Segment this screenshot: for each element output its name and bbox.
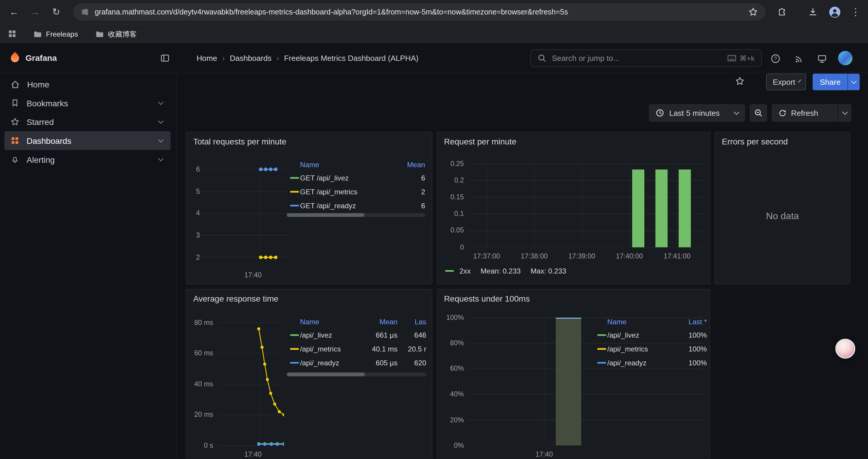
sidebar-item-bookmarks[interactable]: Bookmarks <box>4 94 170 112</box>
legend-scrollbar[interactable] <box>287 372 426 376</box>
series-swatch <box>597 362 606 364</box>
share-menu-button[interactable] <box>848 73 860 90</box>
search-icon <box>537 54 546 63</box>
legend-row[interactable]: /api/_livez 100% <box>594 328 707 342</box>
y-tick: 0.15 <box>442 193 464 201</box>
y-tick: 5 <box>186 187 200 196</box>
legend-header-last[interactable]: Last * <box>676 318 707 326</box>
panel-response-time[interactable]: Average response time 80 ms 60 ms 40 ms … <box>186 289 433 459</box>
dock-menu-icon[interactable] <box>160 53 170 63</box>
panel-title[interactable]: Total requests per minute <box>193 137 286 146</box>
chevron-down-icon[interactable] <box>158 118 164 124</box>
grafana-logo[interactable] <box>8 51 22 64</box>
sidebar-item-dashboards[interactable]: Dashboards <box>4 131 170 150</box>
export-button[interactable]: Export <box>766 73 806 90</box>
legend-header-mean[interactable]: Mean <box>394 160 425 168</box>
chevron-down-icon[interactable] <box>158 137 164 143</box>
panel-under-100ms[interactable]: Requests under 100ms 100% 80% 60% 40% 20… <box>437 289 710 459</box>
apps-grid-icon[interactable] <box>8 29 17 38</box>
browser-menu-icon[interactable]: ⋮ <box>847 3 864 21</box>
refresh-interval-button[interactable] <box>838 112 851 114</box>
bookmark-star-icon[interactable] <box>748 7 758 17</box>
scrollbar-thumb[interactable] <box>287 213 364 217</box>
chevron-down-icon <box>851 78 857 84</box>
series-mean: Mean: 0.233 <box>481 267 521 275</box>
series-name: /api/_metrics <box>300 345 363 353</box>
share-label: Share <box>820 77 840 86</box>
time-range-picker[interactable]: Last 5 minutes <box>649 104 745 122</box>
display-icon[interactable] <box>816 53 828 64</box>
legend-row[interactable]: GET /api/_readyz 6 <box>287 199 425 213</box>
legend-row[interactable]: /api/_readyz 605 µs 620 <box>287 356 426 370</box>
legend-row[interactable]: /api/_metrics 40.1 ms 20.5 r <box>287 342 426 356</box>
address-bar[interactable]: grafana.mathmast.com/d/deytv4rwavabkb/fr… <box>73 3 766 21</box>
refresh-button[interactable]: Refresh <box>772 108 838 117</box>
scrollbar-thumb[interactable] <box>287 372 365 376</box>
legend-header-name[interactable]: Name <box>607 318 676 326</box>
legend-inline[interactable]: 2xx Mean: 0.233 Max: 0.233 <box>445 267 566 275</box>
help-icon[interactable]: ? <box>770 53 781 64</box>
legend-header-name[interactable]: Name <box>300 318 363 326</box>
chevron-down-icon <box>734 109 740 115</box>
breadcrumb-dashboards[interactable]: Dashboards <box>230 54 272 62</box>
y-tick: 3 <box>186 231 200 239</box>
series-name: 2xx <box>459 267 471 275</box>
svg-text:?: ? <box>774 56 777 62</box>
legend-header-name[interactable]: Name <box>300 160 395 168</box>
profile-icon[interactable] <box>826 3 843 21</box>
star-icon <box>11 117 20 126</box>
sidebar-item-label: Starred <box>27 117 54 126</box>
x-tick: 17:41:00 <box>657 252 697 261</box>
legend-row[interactable]: /api/_metrics 100% <box>594 342 707 356</box>
legend-row[interactable]: /api/_readyz 100% <box>594 356 707 370</box>
series-name: /api/_livez <box>300 331 363 339</box>
search-box[interactable]: ⌘+k <box>530 49 762 67</box>
panel-title[interactable]: Requests under 100ms <box>444 294 530 303</box>
extensions-icon[interactable] <box>773 3 790 21</box>
legend-row[interactable]: GET /api/_metrics 2 <box>287 185 425 199</box>
favorite-star-icon[interactable] <box>735 76 745 86</box>
chevron-down-icon[interactable] <box>158 156 164 162</box>
panel-title[interactable]: Errors per second <box>722 137 788 146</box>
series-swatch <box>597 334 606 336</box>
share-button[interactable]: Share <box>813 73 848 90</box>
series-mean: 2 <box>394 188 425 196</box>
legend-row[interactable]: /api/_livez 661 µs 646 <box>287 328 426 342</box>
series-mean: 661 µs <box>363 331 397 339</box>
series-last: 100% <box>676 331 707 339</box>
legend-header-last[interactable]: Las <box>397 318 426 326</box>
news-rss-icon[interactable] <box>793 53 804 64</box>
site-info-icon[interactable] <box>81 8 89 16</box>
home-icon <box>11 79 20 89</box>
bookmark-blog[interactable]: 收藏博客 <box>95 24 137 44</box>
assistant-floating-avatar[interactable] <box>835 339 855 359</box>
bookmark-freeleaps[interactable]: Freeleaps <box>33 24 78 44</box>
x-tick: 17:37:00 <box>467 252 507 261</box>
sidebar-item-home[interactable]: Home <box>4 75 170 94</box>
panel-title[interactable]: Request per minute <box>444 137 517 146</box>
breadcrumb-home[interactable]: Home <box>196 54 217 62</box>
back-button[interactable]: ← <box>6 3 23 21</box>
chevron-down-icon[interactable] <box>158 99 164 105</box>
forward-button[interactable]: → <box>27 3 44 21</box>
search-input[interactable] <box>551 53 723 63</box>
sidebar-item-starred[interactable]: Starred <box>4 112 170 131</box>
legend-row[interactable]: GET /api/_livez 6 <box>287 171 425 185</box>
panel-request-rate[interactable]: Request per minute 0.25 0.2 0.15 0.1 0.0… <box>437 132 710 285</box>
downloads-icon[interactable] <box>804 3 822 21</box>
zoom-out-button[interactable] <box>749 104 767 122</box>
series-swatch <box>597 348 606 350</box>
sidebar-item-alerting[interactable]: Alerting <box>4 150 170 169</box>
panel-title[interactable]: Average response time <box>193 294 279 303</box>
x-tick: 17:40 <box>236 450 270 459</box>
reload-button[interactable]: ↻ <box>48 3 65 21</box>
series-swatch <box>445 270 454 272</box>
series-name: /api/_metrics <box>607 345 676 353</box>
user-avatar[interactable] <box>838 51 852 65</box>
legend-scrollbar[interactable] <box>287 213 425 217</box>
series-name: GET /api/_livez <box>300 174 395 182</box>
panel-total-requests[interactable]: Total requests per minute 6 5 4 3 2 17:4… <box>186 132 433 285</box>
url-text[interactable]: grafana.mathmast.com/d/deytv4rwavabkb/fr… <box>95 8 744 16</box>
panel-errors[interactable]: Errors per second No data <box>715 132 850 285</box>
legend-header-mean[interactable]: Mean <box>363 318 397 326</box>
